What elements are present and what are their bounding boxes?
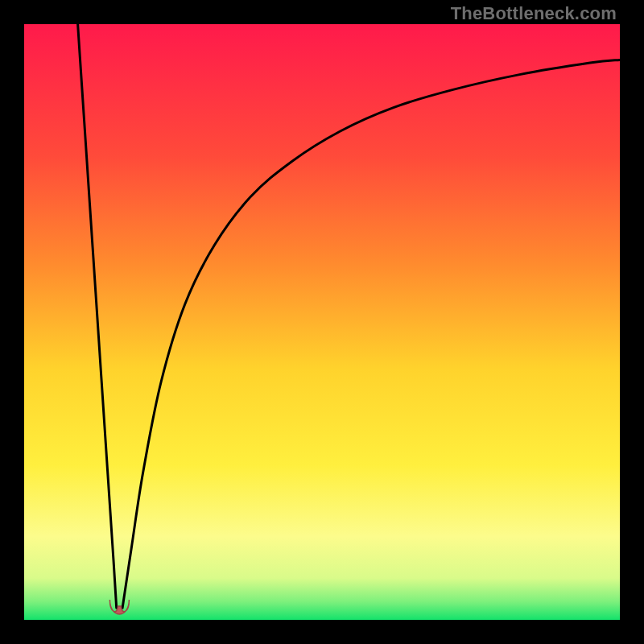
plot-area bbox=[24, 24, 620, 620]
chart-frame: TheBottleneck.com bbox=[0, 0, 644, 644]
gradient-background bbox=[24, 24, 620, 620]
chart-svg bbox=[24, 24, 620, 620]
watermark-text: TheBottleneck.com bbox=[451, 3, 617, 24]
